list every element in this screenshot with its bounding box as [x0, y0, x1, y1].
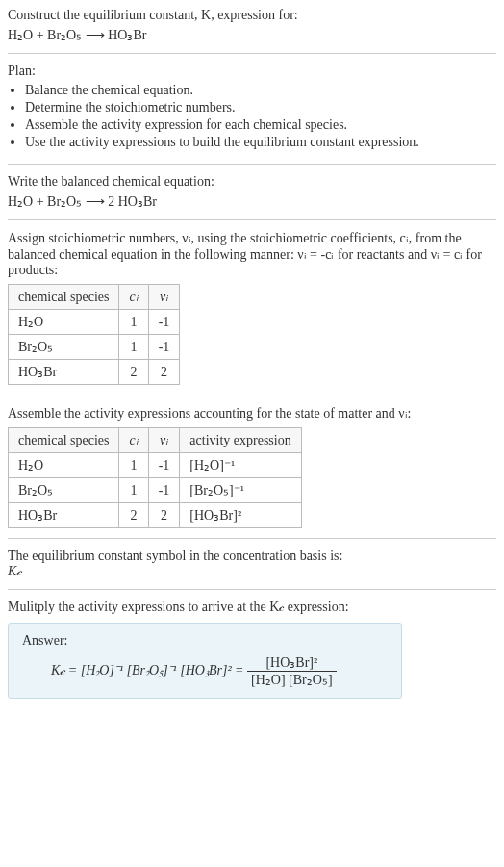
symbol-value: K𝒸 [8, 564, 496, 579]
col-species: chemical species [9, 428, 119, 453]
cell-ci: 1 [119, 335, 148, 360]
cell-species: HO₃Br [9, 360, 119, 385]
cell-species: HO₃Br [9, 503, 119, 528]
plan-item: Use the activity expressions to build th… [25, 135, 496, 150]
cell-species: Br₂O₅ [9, 478, 119, 503]
stoich-table: chemical species cᵢ νᵢ H₂O 1 -1 Br₂O₅ 1 … [8, 284, 180, 385]
activity-section: Assemble the activity expressions accoun… [8, 405, 496, 539]
table-row: H₂O 1 -1 [H₂O]⁻¹ [9, 453, 302, 478]
plan-section: Plan: Balance the chemical equation. Det… [8, 64, 496, 165]
cell-ci: 1 [119, 310, 148, 335]
cell-expr: [Br₂O₅]⁻¹ [180, 478, 301, 503]
table-row: H₂O 1 -1 [9, 310, 180, 335]
table-row: HO₃Br 2 2 [9, 360, 180, 385]
plan-item: Determine the stoichiometric numbers. [25, 100, 496, 115]
cell-species: Br₂O₅ [9, 335, 119, 360]
col-expr: activity expression [180, 428, 301, 453]
cell-ci: 1 [119, 478, 148, 503]
stoich-section: Assign stoichiometric numbers, νᵢ, using… [8, 230, 496, 395]
table-row: HO₃Br 2 2 [HO₃Br]² [9, 503, 302, 528]
symbol-text: The equilibrium constant symbol in the c… [8, 548, 496, 564]
table-header-row: chemical species cᵢ νᵢ [9, 285, 180, 310]
intro-equation: H₂O + Br₂O₅ ⟶ HO₃Br [8, 27, 496, 43]
col-vi: νᵢ [148, 285, 180, 310]
plan-list: Balance the chemical equation. Determine… [8, 83, 496, 150]
cell-expr: [HO₃Br]² [180, 503, 301, 528]
col-species: chemical species [9, 285, 119, 310]
stoich-text: Assign stoichiometric numbers, νᵢ, using… [8, 230, 496, 278]
balanced-heading: Write the balanced chemical equation: [8, 174, 496, 190]
activity-table: chemical species cᵢ νᵢ activity expressi… [8, 427, 302, 528]
balanced-section: Write the balanced chemical equation: H₂… [8, 174, 496, 220]
table-header-row: chemical species cᵢ νᵢ activity expressi… [9, 428, 302, 453]
answer-box: Answer: K𝒸 = [H₂O]⁻¹ [Br₂O₅]⁻¹ [HO₃Br]² … [8, 623, 402, 699]
plan-item: Assemble the activity expression for eac… [25, 117, 496, 133]
answer-expression: K𝒸 = [H₂O]⁻¹ [Br₂O₅]⁻¹ [HO₃Br]² = [HO₃Br… [22, 654, 388, 688]
answer-fraction: [HO₃Br]² [H₂O] [Br₂O₅] [247, 654, 336, 688]
table-row: Br₂O₅ 1 -1 [9, 335, 180, 360]
multiply-section: Mulitply the activity expressions to arr… [8, 599, 496, 708]
col-ci: cᵢ [119, 285, 148, 310]
answer-denominator: [H₂O] [Br₂O₅] [247, 672, 336, 688]
balanced-equation: H₂O + Br₂O₅ ⟶ 2 HO₃Br [8, 193, 496, 210]
col-ci: cᵢ [119, 428, 148, 453]
symbol-section: The equilibrium constant symbol in the c… [8, 548, 496, 590]
col-vi: νᵢ [148, 428, 180, 453]
answer-lhs: K𝒸 = [H₂O]⁻¹ [Br₂O₅]⁻¹ [HO₃Br]² = [51, 663, 244, 677]
cell-vi: -1 [148, 453, 180, 478]
intro-line: Construct the equilibrium constant, K, e… [8, 8, 496, 23]
cell-species: H₂O [9, 453, 119, 478]
cell-vi: 2 [148, 360, 180, 385]
answer-label: Answer: [22, 633, 388, 649]
cell-ci: 1 [119, 453, 148, 478]
cell-vi: -1 [148, 310, 180, 335]
cell-vi: 2 [148, 503, 180, 528]
table-row: Br₂O₅ 1 -1 [Br₂O₅]⁻¹ [9, 478, 302, 503]
cell-ci: 2 [119, 503, 148, 528]
answer-numerator: [HO₃Br]² [247, 654, 336, 672]
intro-section: Construct the equilibrium constant, K, e… [8, 8, 496, 54]
cell-vi: -1 [148, 478, 180, 503]
multiply-text: Mulitply the activity expressions to arr… [8, 599, 496, 615]
plan-item: Balance the chemical equation. [25, 83, 496, 98]
activity-text: Assemble the activity expressions accoun… [8, 405, 496, 421]
plan-heading: Plan: [8, 64, 496, 79]
cell-vi: -1 [148, 335, 180, 360]
cell-species: H₂O [9, 310, 119, 335]
cell-expr: [H₂O]⁻¹ [180, 453, 301, 478]
cell-ci: 2 [119, 360, 148, 385]
